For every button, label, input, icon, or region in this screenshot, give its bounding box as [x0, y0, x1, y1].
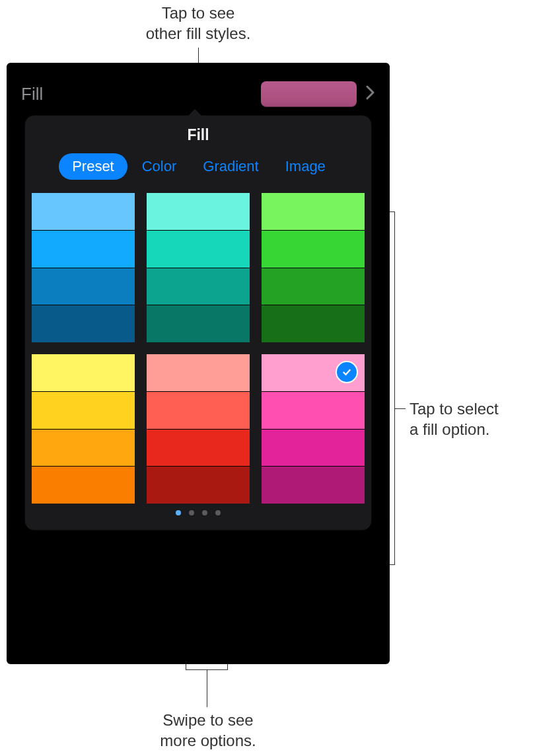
callout-right-leader: [395, 408, 406, 409]
page-dot[interactable]: [202, 510, 207, 515]
swatch-shade: [32, 466, 135, 504]
swatch-shade: [147, 429, 250, 467]
tab-gradient[interactable]: Gradient: [191, 153, 270, 180]
page-dot[interactable]: [189, 510, 194, 515]
page-dot[interactable]: [176, 510, 181, 515]
swatch-shade: [262, 391, 365, 429]
popover-arrow: [187, 109, 203, 117]
tab-color[interactable]: Color: [130, 153, 189, 180]
preset-swatch-blue[interactable]: [32, 193, 135, 342]
swatch-shade: [262, 466, 365, 504]
swatch-shade: [32, 354, 135, 391]
callout-bottom-leader: [207, 670, 207, 707]
swatch-shade: [147, 230, 250, 268]
format-row-fill[interactable]: Fill: [7, 75, 390, 113]
chevron-right-icon: [366, 83, 375, 104]
swatch-shade: [262, 193, 365, 230]
tab-image[interactable]: Image: [273, 153, 338, 180]
swatch-shade: [147, 354, 250, 391]
swatch-shade: [32, 429, 135, 467]
callout-right: Tap to select a fill option.: [410, 398, 528, 439]
preset-swatch-green[interactable]: [262, 193, 365, 342]
page-dot[interactable]: [215, 510, 221, 515]
swatch-shade: [32, 193, 135, 230]
swatch-shade: [32, 230, 135, 268]
swatch-shade: [147, 193, 250, 230]
format-row-label: Fill: [21, 84, 43, 104]
swatch-shade: [147, 305, 250, 342]
swatch-shade: [32, 305, 135, 342]
swatch-shade: [147, 391, 250, 429]
swatch-shade: [262, 305, 365, 342]
checkmark-icon: [336, 361, 358, 383]
swatch-shade: [32, 391, 135, 429]
swatch-shade: [262, 429, 365, 467]
fill-popover: Fill PresetColorGradientImage: [25, 116, 371, 530]
preset-swatch-pink[interactable]: [262, 354, 365, 504]
swatch-shade: [262, 268, 365, 305]
preset-swatch-red[interactable]: [147, 354, 250, 504]
popover-title: Fill: [25, 116, 371, 153]
fill-type-segmented-control: PresetColorGradientImage: [25, 153, 371, 193]
tab-preset[interactable]: Preset: [59, 153, 127, 180]
swatch-shade: [262, 230, 365, 268]
device-frame: Fill Fill PresetColorGradientImage: [7, 63, 390, 664]
swatch-shade: [147, 466, 250, 504]
swatch-shade: [147, 268, 250, 305]
preset-swatch-yellow[interactable]: [32, 354, 135, 504]
current-fill-swatch[interactable]: [261, 81, 357, 107]
page-indicator[interactable]: [25, 510, 371, 515]
callout-top: Tap to see other fill styles.: [99, 3, 297, 44]
preset-swatch-grid: [25, 193, 371, 504]
callout-bottom: Swipe to see more options.: [135, 710, 281, 751]
preset-swatch-teal[interactable]: [147, 193, 250, 342]
swatch-shade: [32, 268, 135, 305]
